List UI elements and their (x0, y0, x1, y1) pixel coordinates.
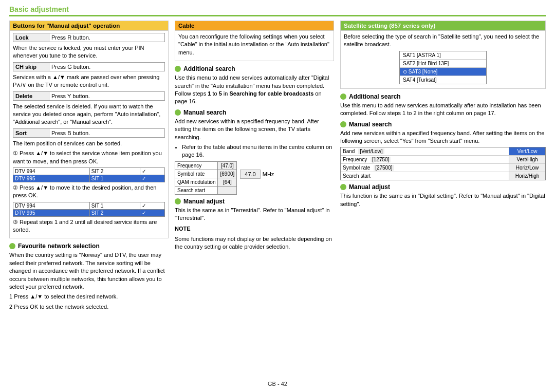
manual-adjust-buttons-box: Buttons for "Manual adjust" operation Lo… (9, 21, 169, 238)
delete-row: Delete Press Y button. (13, 91, 165, 100)
sat-intro: Before selecting the type of search in "… (344, 33, 542, 49)
mid-additional-search-label: Additional search (183, 65, 235, 72)
sat-freq-band-val: [Vert/Low] (358, 148, 384, 154)
ch4-row: DTV 995 SIT 2 ✓ (13, 209, 165, 216)
cable-box: Cable You can reconfigure the following … (175, 21, 334, 61)
cable-header: Cable (175, 21, 334, 31)
sat-additional-search-icon (340, 94, 346, 100)
freq-val-2: [6900] (218, 170, 237, 178)
sat-manual-search-desc: Add new services within a specified freq… (340, 129, 546, 145)
chskip-row: CH skip Press G button. (13, 62, 165, 71)
sort-label: Sort (13, 128, 49, 137)
fav-network-title: Favourite network selection (9, 242, 169, 250)
sat-item-3: ⊙ SAT3 [None] (400, 68, 486, 76)
sat-additional-search-desc: Use this menu to add new services automa… (340, 102, 546, 118)
sat-additional-search: Additional search Use this menu to add n… (340, 93, 546, 118)
sat-freq-left: Band [Vert/Low] Frequency [12750] Symbol… (341, 147, 509, 180)
sat-item-2: SAT2 [Hot Bird 13E] (400, 60, 486, 68)
fav-network-section: Favourite network selection When the cou… (9, 242, 169, 311)
freq-label-3: QAM modulation (175, 178, 218, 186)
freq-val-3: [64] (218, 178, 237, 186)
manual-adjust-buttons-body: Lock Press R button. When the service is… (10, 31, 168, 238)
chskip-desc: Services with a ▲/▼ mark are passed over… (13, 73, 165, 89)
ch-row-1: DTV 994 SIT 2 ✓ (13, 167, 165, 175)
page-footer: GB - 42 (9, 381, 546, 387)
sat-freq-table: Band [Vert/Low] Frequency [12750] Symbol… (340, 147, 546, 180)
left-column: Buttons for "Manual adjust" operation Lo… (9, 21, 169, 378)
ch4-name: SIT 2 (89, 209, 140, 216)
fav-step1: 1 Press ▲/▼ to select the desired networ… (9, 293, 169, 301)
mid-manual-search-icon (175, 109, 181, 116)
note-label: NOTE (175, 225, 334, 233)
freq-display-value: 47.0 (240, 170, 260, 179)
ch1-check: ✓ (140, 167, 164, 175)
chskip-label: CH skip (13, 62, 49, 71)
delete-label: Delete (13, 91, 49, 100)
ch4-check: ✓ (140, 209, 164, 216)
lock-row-table: Lock Press R button. (13, 33, 165, 42)
sat-manual-adjust-icon (340, 184, 346, 190)
sat-freq-frequency-val: [12750] (371, 157, 391, 162)
ch1-name: SIT 2 (89, 167, 140, 175)
mid-additional-search: Additional search Use this menu to add n… (175, 65, 334, 106)
mid-manual-search-bullet1: Refer to the table about menu items in t… (182, 143, 334, 159)
freq-val-1: [47.0] (218, 161, 237, 170)
freq-table: Frequency [47.0] Symbol rate [6900] QAM … (175, 161, 237, 195)
ch2-check: ✓ (140, 175, 164, 182)
freq-unit: MHz (263, 171, 274, 177)
delete-row-table: Delete Press Y button. (13, 91, 165, 101)
sat-additional-search-title: Additional search (340, 93, 546, 100)
ch3-check: ✓ (140, 202, 164, 209)
freq-val-4 (218, 186, 237, 194)
right-column: Satellite setting (857 series only) Befo… (340, 21, 546, 378)
mid-additional-search-title: Additional search (175, 65, 334, 72)
sat-freq-band: Band [Vert/Low] (341, 147, 509, 156)
ch3-num: DTV 994 (13, 202, 90, 209)
sat-freq-right: Vert/Low Vert/High Horiz/Low Horiz/High (509, 147, 545, 180)
cable-desc: You can reconfigure the following settin… (178, 33, 330, 57)
sort-desc: The item position of services can be sor… (13, 140, 165, 147)
sat-manual-search-icon (340, 121, 346, 127)
freq-display-box: 47.0 MHz (240, 170, 274, 179)
sat-band-horizlow: Horiz/Low (509, 164, 545, 172)
ch-row-2: DTV 995 SIT 1 ✓ (13, 175, 165, 182)
ch3-row: DTV 994 SIT 1 ✓ (13, 202, 165, 209)
sat-manual-search: Manual search Add new services within a … (340, 121, 546, 181)
sort-row-table: Sort Press B button. (13, 128, 165, 138)
note-box: NOTE Some functions may not display or b… (175, 225, 334, 251)
channel-table-1: DTV 994 SIT 2 ✓ DTV 995 SIT 1 ✓ (13, 167, 165, 182)
mid-manual-search-bullets: Refer to the table about menu items in t… (175, 143, 334, 159)
sat-band-vertlow: Vert/Low (509, 147, 545, 156)
sort-step2: ② Press ▲/▼ to move it to the desired po… (13, 184, 165, 200)
mid-column: Cable You can reconfigure the following … (175, 21, 334, 378)
sat-header: Satellite setting (857 series only) (341, 21, 545, 31)
freq-label-4: Search start (175, 186, 218, 194)
channel-table-2: DTV 994 SIT 1 ✓ DTV 995 SIT 2 ✓ (13, 202, 165, 217)
mid-additional-search-desc: Use this menu to add new services automa… (175, 74, 334, 106)
lock-label: Lock (13, 33, 49, 42)
mid-manual-search-title: Manual search (175, 109, 334, 116)
sat-manual-search-label: Manual search (349, 121, 392, 128)
sat-body: Before selecting the type of search in "… (341, 31, 545, 88)
mid-manual-search-label: Manual search (183, 109, 226, 116)
mid-additional-search-icon (175, 66, 181, 72)
sort-step1: ① Press ▲/▼ to select the service whose … (13, 150, 165, 165)
ch1-num: DTV 994 (13, 167, 90, 175)
sat-item-1: SAT1 [ASTRA 1] (400, 51, 486, 60)
sat-freq-symbolrate-val: [27500] (374, 165, 394, 171)
fav-step2: 2 Press OK to set the network selected. (9, 303, 169, 311)
freq-row-1: Frequency [47.0] (175, 161, 237, 170)
freq-row-3: QAM modulation [64] (175, 178, 237, 186)
sat-freq-frequency: Frequency [12750] (341, 156, 509, 164)
page-wrapper: Basic adjustment Buttons for "Manual adj… (0, 0, 555, 392)
mid-manual-adjust-label: Manual adjust (183, 198, 225, 205)
freq-table-container: Frequency [47.0] Symbol rate [6900] QAM … (175, 161, 334, 195)
freq-row-2: Symbol rate [6900] (175, 170, 237, 178)
sat-item-4: SAT4 [Turksat] (400, 76, 486, 84)
sat-manual-adjust-label: Manual adjust (349, 183, 390, 191)
sort-row: Sort Press B button. (13, 128, 165, 137)
sat-manual-search-title: Manual search (340, 121, 546, 128)
lock-desc: When the service is locked, you must ent… (13, 44, 165, 60)
fav-network-icon (9, 243, 15, 249)
chskip-value: Press G button. (49, 62, 165, 71)
